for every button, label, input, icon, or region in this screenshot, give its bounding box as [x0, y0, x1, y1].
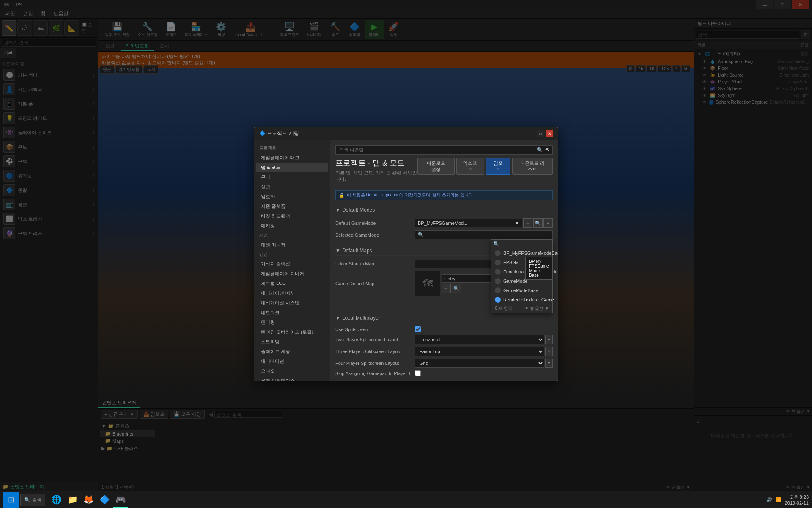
- game-default-search[interactable]: 🔍: [452, 284, 461, 293]
- default-gamemode-row: Default GameMode BP_MyFPSGameMod... ▼ ←: [335, 218, 553, 228]
- nav-engine-section: 엔진: [256, 250, 328, 259]
- dropdown-item-functional[interactable]: FunctionalTestGameMode: [491, 267, 552, 276]
- four-player-select[interactable]: Grid: [415, 359, 544, 368]
- chevron-icon: ▼: [335, 207, 340, 213]
- dropdown-item-label-2: FPSGa: [503, 260, 518, 265]
- nav-ui[interactable]: 유저 인터페이스: [256, 376, 328, 381]
- nav-encryption[interactable]: 암호화: [256, 192, 328, 202]
- three-player-select[interactable]: Favor Top: [415, 347, 544, 356]
- taskbar-app-intellij[interactable]: 🔷: [97, 492, 112, 508]
- dropdown-item-bp-myfps[interactable]: BP_MyFPSGameModeBase: [491, 248, 552, 258]
- use-splitscreen-checkbox[interactable]: [415, 326, 421, 332]
- nav-hardware[interactable]: 타깃 하드웨어: [256, 211, 328, 221]
- dialog-maximize[interactable]: □: [537, 130, 544, 137]
- maps-chevron-icon: ▼: [335, 248, 340, 254]
- nav-gameplay-tags[interactable]: 게임플레이어 태그: [256, 153, 328, 163]
- taskbar-app-firefox[interactable]: 🦊: [81, 492, 96, 508]
- nav-navmesh[interactable]: 내비게이션 매시: [256, 288, 328, 298]
- gamemode-search[interactable]: 🔍: [533, 218, 543, 228]
- dropdown-item-icon-4: [495, 278, 501, 284]
- dropdown-item-fpsg[interactable]: FPSGa BP My FPSGame Mode Base: [491, 258, 552, 267]
- nav-network[interactable]: 네트워크: [256, 308, 328, 318]
- nav-general-lod[interactable]: 게슈럴 LOD: [256, 279, 328, 288]
- dialog-title: 🔷 프로젝트 세팅: [259, 130, 299, 137]
- four-player-row: Four Player Splitscreen Layout Grid ▼: [335, 359, 553, 368]
- gamemode-add[interactable]: +: [543, 218, 553, 228]
- nav-platforms[interactable]: 지원 플랫폼: [256, 202, 328, 211]
- lock-icon: 🔒: [339, 193, 344, 198]
- nav-slate[interactable]: 슬레이트 세팅: [256, 347, 328, 356]
- dropdown-item-gamemodebase[interactable]: GameModeBase: [491, 286, 552, 295]
- default-modes-section: ▼ Default Modes Default GameMode BP_MyFP…: [335, 205, 553, 239]
- dropdown-view-options[interactable]: 👁 뷰 옵션 ▼: [524, 306, 549, 312]
- gamemode-select-display[interactable]: BP_MyFPSGameMod... ▼: [415, 219, 522, 227]
- dialog-titlebar: 🔷 프로젝트 세팅 □ ✕: [254, 127, 558, 140]
- nav-packaging[interactable]: 패키징: [256, 221, 328, 231]
- nav-project-section: 프로젝트: [256, 144, 328, 153]
- nav-movie[interactable]: 무비: [256, 172, 328, 182]
- selected-gamemode-label: Selected GameMode: [335, 232, 411, 237]
- nav-description[interactable]: 설명: [256, 182, 328, 192]
- skip-gamepad-control: [415, 370, 553, 376]
- nav-maps-modes[interactable]: 맵 & 모드: [256, 163, 328, 172]
- selected-gamemode-input[interactable]: 🔍: [415, 230, 553, 239]
- selected-gamemode-control: 🔍 🔍 BP_MyFP: [415, 230, 553, 239]
- defaults-button[interactable]: 다운로트 설정: [417, 158, 454, 175]
- dropdown-item-icon-5: [495, 287, 501, 293]
- dropdown-item-label-3: FunctionalTestGameMode: [503, 269, 557, 274]
- eye-icon: 👁: [545, 147, 550, 153]
- export-button[interactable]: 엑스포트: [456, 158, 485, 175]
- taskbar-app-explorer[interactable]: 📁: [65, 492, 80, 508]
- default-gamemode-label: Default GameMode: [335, 221, 411, 226]
- nav-animation[interactable]: 애니메이션: [256, 356, 328, 366]
- taskbar: ⊞ 🔍 검색 🌐 📁 🦊 🔷 🎮 🔊 📶 오후 8:23 2019-02-11: [0, 491, 812, 508]
- nav-navsystem[interactable]: 내비게이션 시스템: [256, 298, 328, 308]
- three-player-arrow[interactable]: ▼: [545, 347, 553, 356]
- two-player-arrow[interactable]: ▼: [545, 335, 553, 344]
- local-mp-title: Local Multiplayer: [342, 315, 380, 321]
- four-player-control: Grid ▼: [415, 359, 553, 368]
- default-modes-header[interactable]: ▼ Default Modes: [335, 205, 553, 215]
- default-maps-title: Default Maps: [342, 248, 372, 254]
- download-list-button[interactable]: 다운로트 리스트: [512, 158, 553, 175]
- selected-gamemode-row: Selected GameMode 🔍 🔍: [335, 230, 553, 239]
- two-player-select[interactable]: Horizontal: [415, 335, 544, 344]
- nav-gameplay-debugger[interactable]: 게임플레이어 디버거: [256, 269, 328, 279]
- nav-gc[interactable]: 가비지 컬렉션: [256, 259, 328, 269]
- three-player-control: Favor Top ▼: [415, 347, 553, 356]
- dropdown-item-label-6: RenderToTexture_Game: [503, 297, 554, 302]
- game-default-arrow-left[interactable]: ←: [442, 284, 451, 293]
- nav-rendering[interactable]: 렌더링: [256, 318, 328, 327]
- nav-audio[interactable]: 오디오: [256, 366, 328, 376]
- editor-startup-label: Editor Startup Map: [335, 261, 411, 266]
- import-button[interactable]: 임포트: [486, 158, 510, 175]
- two-player-row: Two Player Splitscreen Layout Horizontal…: [335, 335, 553, 344]
- dropdown-item-rendertotexture[interactable]: RenderToTexture_Game: [491, 295, 552, 304]
- dialog-search-input[interactable]: [338, 146, 537, 153]
- dropdown-item-icon-3: [495, 269, 501, 275]
- nav-asset-manager[interactable]: 애셋 매니저: [256, 240, 328, 250]
- dialog-sidebar: 프로젝트 게임플레이어 태그 맵 & 모드 무비 설명 암호화 지원 플랫폼 타…: [254, 140, 330, 381]
- nav-rendering-override[interactable]: 렌더링 오버라이드 (로컬): [256, 327, 328, 337]
- skip-gamepad-label: Skip Assigning Gamepad to Player 1: [335, 371, 411, 376]
- gamemode-arrow-left[interactable]: ←: [523, 218, 532, 228]
- taskbar-date-display: 2019-02-11: [785, 500, 809, 505]
- taskbar-search[interactable]: 🔍 검색: [20, 494, 45, 506]
- start-button[interactable]: ⊞: [3, 492, 19, 508]
- four-player-arrow[interactable]: ▼: [545, 359, 553, 368]
- taskbar-time-display: 오후 8:23: [785, 494, 809, 500]
- two-player-control: Horizontal ▼: [415, 335, 553, 344]
- taskbar-app-unreal[interactable]: 🎮: [113, 492, 128, 508]
- use-splitscreen-control: [415, 326, 553, 332]
- skip-gamepad-checkbox[interactable]: [415, 370, 421, 376]
- taskbar-app-edge[interactable]: 🌐: [49, 492, 64, 508]
- taskbar-tray-network: 📶: [776, 497, 782, 502]
- dropdown-search-bar: 🔍: [491, 240, 552, 248]
- dialog-close-button[interactable]: ✕: [546, 130, 553, 137]
- nav-streaming[interactable]: 스트리밍: [256, 337, 328, 347]
- map-preview-thumbnail[interactable]: 🗺: [415, 271, 440, 296]
- dialog-overlay: 🔷 프로젝트 세팅 □ ✕ 프로젝트 게임플레이어 태그 맵 & 모드 무비 설…: [0, 0, 812, 508]
- windows-icon: ⊞: [8, 495, 14, 505]
- local-multiplayer-header[interactable]: ▼ Local Multiplayer: [335, 313, 553, 323]
- dropdown-item-gamemode[interactable]: GameMode: [491, 276, 552, 286]
